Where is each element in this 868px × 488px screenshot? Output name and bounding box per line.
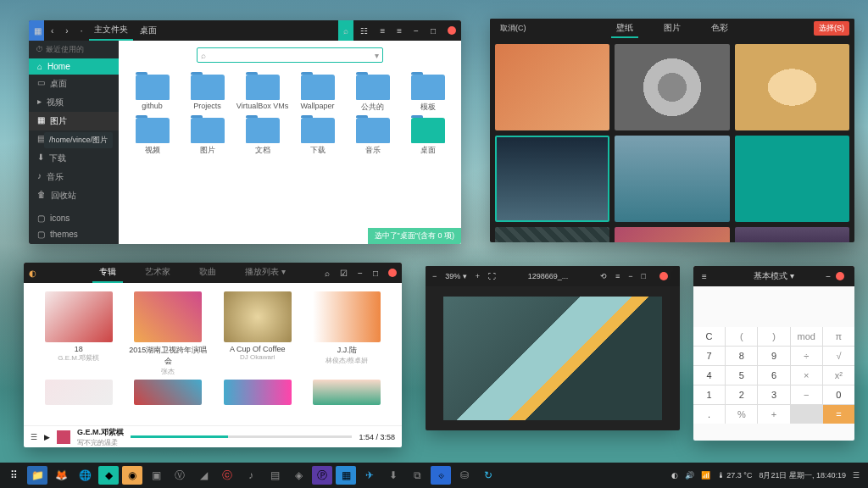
taskbar-app-icon[interactable]: ✈ <box>359 466 380 485</box>
wallpaper-thumb[interactable] <box>495 136 609 222</box>
taskbar-firefox-icon[interactable]: 🦊 <box>51 466 71 485</box>
sidebar-item-icons[interactable]: ▢icons <box>29 210 119 226</box>
taskbar-app-icon[interactable]: ▦ <box>336 466 356 485</box>
sidebar-item-home[interactable]: ⌂Home <box>29 58 119 75</box>
sidebar-item-desktop[interactable]: ▭桌面 <box>29 75 119 93</box>
calc-key[interactable]: . <box>693 405 725 424</box>
calc-key[interactable]: = <box>823 405 854 424</box>
app-launcher-icon[interactable]: ⠿ <box>3 466 24 485</box>
tab-artists[interactable]: 艺术家 <box>138 263 177 283</box>
notification-icon[interactable]: ☰ <box>853 471 860 480</box>
taskbar-app-icon[interactable]: ⧉ <box>407 466 427 485</box>
taskbar-app-icon[interactable]: ⛁ <box>454 466 475 485</box>
calc-key[interactable]: + <box>758 405 789 424</box>
taskbar-app-icon[interactable]: ↻ <box>478 466 498 485</box>
folder-item[interactable]: 视频 <box>125 116 179 156</box>
view-list-icon[interactable]: ☷ <box>355 20 373 41</box>
taskbar-app-icon[interactable]: ⓒ <box>217 466 237 485</box>
progress-bar[interactable] <box>131 435 352 438</box>
calc-key[interactable]: ( <box>726 327 757 346</box>
sidebar-item-dot-icons[interactable]: ▢.icons <box>29 242 119 244</box>
maximize-icon[interactable]: □ <box>426 20 441 41</box>
maximize-icon[interactable]: □ <box>642 272 646 280</box>
zoom-out-icon[interactable]: − <box>432 272 437 280</box>
wallpaper-thumb[interactable] <box>615 44 729 130</box>
album-item[interactable]: A Cup Of CoffeeDJ Okawari <box>216 291 299 376</box>
wallpaper-thumb[interactable] <box>735 44 849 130</box>
calc-key[interactable]: ) <box>758 327 789 346</box>
taskbar-app-icon[interactable]: Ⓥ <box>170 466 190 485</box>
folder-item[interactable]: 文档 <box>236 116 289 156</box>
taskbar-chrome-icon[interactable]: 🌐 <box>75 466 95 485</box>
folder-item[interactable]: 音乐 <box>346 116 399 156</box>
folder-item[interactable]: 下载 <box>291 116 344 156</box>
sidebar-item-trash[interactable]: 🗑回收站 <box>29 186 119 205</box>
album-item[interactable] <box>216 380 299 408</box>
tab-playlists[interactable]: 播放列表 ▾ <box>238 263 292 283</box>
menu-icon[interactable]: ≡ <box>615 272 620 280</box>
taskbar-terminal-icon[interactable]: ▣ <box>146 466 166 485</box>
forward-icon[interactable]: › <box>60 20 73 41</box>
minimize-icon[interactable]: − <box>821 266 836 363</box>
calc-key[interactable]: 3 <box>758 385 789 404</box>
taskbar-app-icon[interactable]: Ⓟ <box>312 466 332 485</box>
calc-key[interactable]: 6 <box>758 366 789 385</box>
taskbar-app-icon[interactable]: ♪ <box>241 466 261 485</box>
tray-icon[interactable]: 🔊 <box>685 471 694 480</box>
wallpaper-thumb[interactable] <box>495 227 609 242</box>
tab-songs[interactable]: 歌曲 <box>192 263 223 283</box>
folder-item[interactable]: Projects <box>181 73 234 113</box>
calc-key[interactable]: x² <box>823 366 854 385</box>
album-item[interactable] <box>127 380 210 408</box>
album-item[interactable]: J.J.陆林俊杰/蔡卓妍 <box>306 291 389 376</box>
close-icon[interactable] <box>388 269 397 277</box>
minimize-icon[interactable]: − <box>628 272 632 280</box>
minimize-icon[interactable]: − <box>353 263 368 283</box>
tab-pictures[interactable]: 图片 <box>659 19 686 38</box>
calc-key[interactable]: % <box>726 405 757 424</box>
calc-key[interactable]: × <box>791 366 822 385</box>
menu-icon[interactable]: ◐ <box>24 263 42 283</box>
sidebar-item-music[interactable]: ♪音乐 <box>29 168 119 186</box>
album-item[interactable] <box>306 380 389 408</box>
tab-colors[interactable]: 色彩 <box>706 19 733 38</box>
taskbar-app-icon[interactable]: ◢ <box>193 466 214 485</box>
calc-key[interactable]: − <box>791 385 822 404</box>
calc-key[interactable]: 2 <box>726 385 757 404</box>
calc-key[interactable]: 5 <box>726 366 757 385</box>
folder-item[interactable]: 图片 <box>181 116 234 156</box>
wallpaper-thumb[interactable] <box>495 44 609 130</box>
back-icon[interactable]: ‹ <box>46 20 58 41</box>
sidebar-item-pictures[interactable]: ▦图片 <box>29 112 119 130</box>
tab-desktop[interactable]: 桌面 <box>135 20 162 41</box>
date-time[interactable]: 8月21日 星期一, 18:40:19 <box>759 470 846 481</box>
view-grid-icon[interactable]: ≡ <box>375 20 390 41</box>
wallpaper-thumb[interactable] <box>615 136 729 222</box>
taskbar-app-icon[interactable]: ⟐ <box>431 466 451 485</box>
taskbar-app-icon[interactable]: ⬇ <box>383 466 403 485</box>
image-canvas[interactable] <box>426 286 680 430</box>
zoom-in-icon[interactable]: + <box>476 272 480 280</box>
search-icon[interactable]: ⌕ <box>320 263 335 283</box>
queue-icon[interactable]: ☰ <box>31 433 37 441</box>
tray-icon[interactable]: 📶 <box>701 471 710 480</box>
calc-key[interactable]: 8 <box>726 347 757 365</box>
select-button[interactable]: 选择(S) <box>814 21 849 36</box>
cancel-button[interactable]: 取消(C) <box>495 21 531 36</box>
calc-key[interactable]: ÷ <box>791 347 822 365</box>
taskbar-app-icon[interactable]: ◈ <box>288 466 309 485</box>
minimize-icon[interactable]: − <box>409 20 424 41</box>
taskbar-app-icon[interactable]: ▤ <box>264 466 285 485</box>
wallpaper-thumb[interactable] <box>615 227 729 242</box>
folder-item[interactable]: 公共的 <box>346 73 399 113</box>
maximize-icon[interactable]: □ <box>368 263 383 283</box>
fit-icon[interactable]: ⛶ <box>488 272 496 280</box>
calc-key[interactable]: 1 <box>693 385 725 404</box>
calc-key[interactable]: 0 <box>823 385 854 404</box>
calc-key[interactable]: 4 <box>693 366 725 385</box>
menu-icon[interactable]: ≡ <box>697 266 712 363</box>
sidebar-item-themes[interactable]: ▢themes <box>29 226 119 242</box>
album-item[interactable]: 18G.E.M.邓紫棋 <box>37 291 120 376</box>
taskbar-app-icon[interactable]: ◆ <box>98 466 119 485</box>
fm-new-window-icon[interactable]: ▦ <box>29 20 44 41</box>
